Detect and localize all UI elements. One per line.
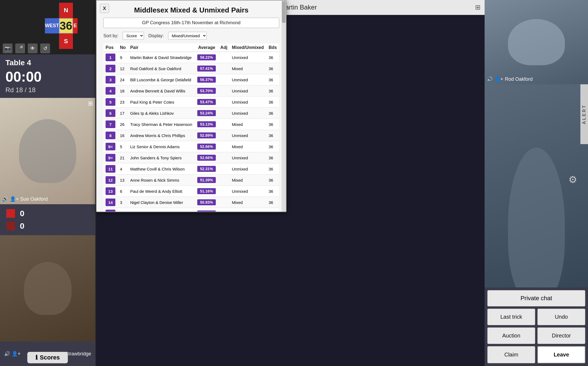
leave-button[interactable]: Leave xyxy=(537,346,585,363)
table-row: 13 6 Paul de Weerd & Andy Elliott 51.16%… xyxy=(103,186,279,197)
results-table: Pos No Pair Average Adj Mixed/Unmixed Bd… xyxy=(103,44,279,212)
cell-pair: Nigel Clayton & Denise Miller xyxy=(128,197,195,208)
cell-bds: 36 xyxy=(266,141,279,152)
sue-speaker-icon[interactable]: 🔊 xyxy=(2,196,8,202)
eye-icon[interactable]: 👁 xyxy=(28,44,38,53)
last-trick-button[interactable]: Last trick xyxy=(487,309,535,325)
scores-info-icon: ℹ xyxy=(35,354,38,361)
cell-pos: 4 xyxy=(103,85,118,97)
cell-adj xyxy=(218,119,230,130)
cell-pos: 1 xyxy=(103,52,118,63)
bottom-add-icon[interactable]: 👤+ xyxy=(12,351,21,357)
table-row: 8 16 Andrew Morris & Chris Phillips 52.8… xyxy=(103,130,279,141)
compass-center-number: 36 xyxy=(59,18,73,34)
cell-no: 6 xyxy=(118,186,128,197)
mic-icon[interactable]: 🎤 xyxy=(15,44,25,53)
cell-pos: 11 xyxy=(103,163,118,175)
gear-icon-area: ⚙ xyxy=(568,174,577,185)
sue-name: Sue Oakford xyxy=(20,196,48,202)
refresh-icon[interactable]: ↺ xyxy=(40,44,50,53)
col-pair: Pair xyxy=(128,44,195,52)
cell-no: 13 xyxy=(118,175,128,186)
scores-button-label: Scores xyxy=(40,354,60,361)
red-score-box-2 xyxy=(5,221,16,231)
table-row: 2 12 Rod Oakford & Sue Oakford 57.41% Mi… xyxy=(103,63,279,74)
compass-west: WEST xyxy=(45,18,59,34)
cell-avg: 50.35% xyxy=(195,208,218,212)
sort-select[interactable]: Score xyxy=(123,32,144,40)
cell-avg: 52.66% xyxy=(195,152,218,163)
cell-adj xyxy=(218,141,230,152)
bottom-right-buttons: Private chat Last trick Undo Auction Dir… xyxy=(485,287,588,366)
auction-button[interactable]: Auction xyxy=(487,327,535,344)
left-panel: N WEST 36 E S 📷 🎤 👁 ↺ Table 4 00:00 Rd 1… xyxy=(0,0,95,366)
undo-button[interactable]: Undo xyxy=(537,309,585,325)
close-button[interactable]: X xyxy=(100,4,109,13)
director-button[interactable]: Director xyxy=(537,327,585,344)
compass-north: N xyxy=(59,3,73,18)
dialog-inner: X Middlesex Mixed & Unmixed Pairs GP Con… xyxy=(97,1,286,212)
table-row: 4 18 Andrew Bennett & David Willis 53.70… xyxy=(103,85,279,97)
scrollbar-thumb[interactable] xyxy=(282,1,286,23)
cell-avg: 53.24% xyxy=(195,108,218,119)
cell-no: 23 xyxy=(118,97,128,108)
cell-pos: 9= xyxy=(103,141,118,152)
cell-pair: Bill Luscombe & George Delafield xyxy=(128,74,195,85)
display-select[interactable]: Mixed/Unmixed xyxy=(168,32,207,40)
filter-row: Sort by: Score Display: Mixed/Unmixed xyxy=(103,32,279,40)
sue-add-icon[interactable]: 👤+ xyxy=(10,196,19,202)
cell-adj xyxy=(218,108,230,119)
cell-bds: 36 xyxy=(266,186,279,197)
cell-adj xyxy=(218,85,230,97)
cell-bds: 36 xyxy=(266,108,279,119)
cell-bds: 36 xyxy=(266,152,279,163)
sue-user-label: 🔊 👤+ Sue Oakford xyxy=(2,196,48,202)
private-chat-button[interactable]: Private chat xyxy=(487,290,585,306)
bottom-speaker-icon[interactable]: 🔊 xyxy=(4,351,10,357)
rod-name: Rod Oakford xyxy=(505,76,533,82)
cell-pos: 12 xyxy=(103,175,118,186)
dialog-scrollbar[interactable] xyxy=(282,1,286,212)
compass-east: E xyxy=(73,18,78,34)
scores-button[interactable]: ℹ Scores xyxy=(27,352,68,363)
sue-video-area: 🔊 👤+ Sue Oakford ⊞ xyxy=(0,98,95,204)
dialog-title: Middlesex Mixed & Unmixed Pairs xyxy=(103,6,279,14)
cell-pair: Tracy Sherman & Peter Hasenson xyxy=(128,119,195,130)
cell-mixed: Mixed xyxy=(230,119,266,130)
score-row-2: 0 xyxy=(5,221,90,231)
cell-avg: 58.22% xyxy=(195,52,218,63)
cell-no: 26 xyxy=(118,119,128,130)
cell-pos: 2 xyxy=(103,63,118,74)
cell-pair: Matthew Covill & Chris Wilson xyxy=(128,163,195,175)
sort-label: Sort by: xyxy=(103,33,118,38)
table-row: 3 24 Bill Luscombe & George Delafield 56… xyxy=(103,74,279,85)
cell-bds: 36 xyxy=(266,130,279,141)
cell-bds: 36 xyxy=(266,208,279,212)
cell-avg: 57.41% xyxy=(195,63,218,74)
rod-speaker-icon[interactable]: 🔊 xyxy=(487,76,493,82)
cell-mixed: Unmixed xyxy=(230,85,266,97)
results-body: 1 9 Martin Baker & David Strawbridge 58.… xyxy=(103,52,279,212)
cell-mixed: Unmixed xyxy=(230,74,266,85)
rod-add-icon[interactable]: 👤+ xyxy=(494,76,503,82)
cell-mixed: Unmixed xyxy=(230,108,266,119)
bottom-left-video xyxy=(0,235,95,342)
col-mixed: Mixed/Unmixed xyxy=(230,44,266,52)
cell-avg: 50.93% xyxy=(195,197,218,208)
cell-adj xyxy=(218,186,230,197)
sue-layout-icon[interactable]: ⊞ xyxy=(88,100,93,107)
gear-icon[interactable]: ⚙ xyxy=(568,174,577,185)
cell-mixed: Unmixed xyxy=(230,52,266,63)
cell-no: 3 xyxy=(118,197,128,208)
claim-button[interactable]: Claim xyxy=(487,346,535,363)
cell-avg: 52.89% xyxy=(195,130,218,141)
col-adj: Adj xyxy=(218,44,230,52)
cell-pos: 9= xyxy=(103,152,118,163)
cell-pair: Andrew Bennett & David Willis xyxy=(128,85,195,97)
camera-icon[interactable]: 📷 xyxy=(3,44,13,53)
layout-icon[interactable]: ⊞ xyxy=(475,4,481,11)
cell-mixed: Unmixed xyxy=(230,186,266,197)
table-row: 6 17 Giles Ip & Aleks Lishkov 53.24% Unm… xyxy=(103,108,279,119)
cell-adj xyxy=(218,152,230,163)
cell-avg: 52.31% xyxy=(195,163,218,175)
